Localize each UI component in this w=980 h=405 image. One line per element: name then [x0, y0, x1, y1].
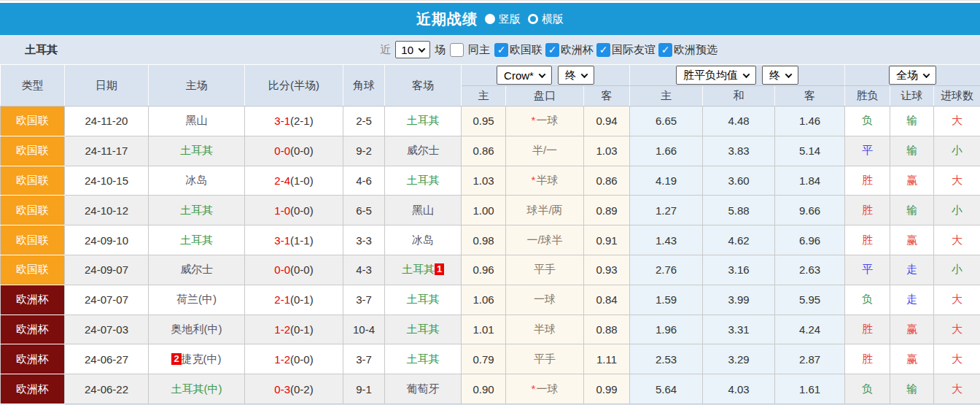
result-goals-cell: 大 — [934, 374, 980, 404]
radio-selected-icon — [485, 14, 495, 24]
result-handicap-cell: 赢 — [890, 315, 934, 344]
odds-home-cell: 1.03 — [462, 166, 506, 196]
odds-away-cell: 0.89 — [584, 196, 630, 225]
league-label: 欧洲预选 — [674, 43, 718, 57]
radio-horizontal-layout[interactable]: 横版 — [528, 12, 564, 26]
handicap-cell: 一/球半 — [506, 225, 584, 255]
fulltime-score: 0-0 — [274, 144, 290, 157]
avg-away-cell: 9.66 — [775, 196, 845, 225]
subheader-avg-draw: 和 — [703, 86, 775, 107]
odds-stage-select[interactable]: 终 — [558, 66, 594, 85]
odds-company-select[interactable]: Crow* — [497, 66, 552, 85]
avg-home-cell: 1.96 — [630, 315, 703, 344]
league-type-cell: 欧洲杯 — [1, 315, 65, 344]
match-row: 欧国联24-09-10土耳其3-1(1-1)3-3冰岛0.98一/球半0.911… — [1, 225, 980, 255]
score-cell: 2-1(0-1) — [245, 285, 343, 315]
result-goals-cell: 小 — [934, 255, 980, 285]
chevron-down-icon — [419, 45, 426, 53]
league-type-cell: 欧洲杯 — [1, 285, 65, 315]
away-team-name[interactable]: 冰岛 — [412, 234, 434, 246]
away-team-name[interactable]: 威尔士 — [407, 144, 440, 156]
fulltime-score: 1-0 — [274, 204, 290, 217]
corner-cell: 10-4 — [343, 315, 385, 344]
league-label: 国际友谊 — [612, 43, 656, 57]
fulltime-score: 3-1 — [274, 234, 290, 247]
result-wdl-cell: 胜 — [845, 225, 890, 255]
handicap-text: 一/球半 — [526, 234, 562, 246]
home-team-name[interactable]: 土耳其 — [180, 144, 213, 156]
odds-home-cell: 1.01 — [462, 315, 506, 344]
avg-away-cell: 2.87 — [775, 344, 845, 374]
away-team-name[interactable]: 土耳其 — [407, 174, 440, 186]
odds-away-cell: 0.94 — [584, 107, 630, 136]
odds-away-cell: 1.11 — [584, 344, 630, 374]
match-count-select[interactable]: 10 — [395, 41, 430, 58]
home-team-name[interactable]: 黑山 — [186, 114, 208, 126]
away-team-name[interactable]: 土耳其 — [407, 293, 440, 305]
match-row: 欧洲杯24-06-272捷克(中)1-2(0-0)3-7土耳其0.79平手1.1… — [1, 344, 980, 374]
radio-vertical-layout[interactable]: 竖版 — [485, 12, 521, 26]
league-checkbox-欧洲预选[interactable]: ✓ — [658, 43, 672, 57]
avg-stage-select[interactable]: 终 — [762, 66, 798, 85]
league-checkbox-欧洲杯[interactable]: ✓ — [545, 43, 559, 57]
home-team-name[interactable]: 威尔士 — [180, 263, 213, 275]
same-home-checkbox[interactable] — [450, 43, 464, 57]
home-team-name[interactable]: 捷克(中) — [182, 352, 222, 365]
match-date-cell: 24-06-22 — [65, 374, 149, 404]
result-goals-cell: 小 — [934, 196, 980, 225]
result-wdl-cell: 平 — [845, 255, 890, 285]
halftime-score: (0-0) — [290, 144, 314, 157]
home-team-name[interactable]: 土耳其(中) — [171, 382, 222, 395]
away-team-name[interactable]: 土耳其 — [402, 263, 435, 275]
avg-away-cell: 6.96 — [775, 225, 845, 255]
handicap-cell: 平手 — [506, 344, 584, 374]
away-team-cell: 土耳其 — [385, 285, 462, 315]
handicap-text: 平手 — [534, 263, 556, 275]
avg-home-cell: 1.27 — [630, 196, 703, 225]
team-name-label: 土耳其 — [0, 43, 58, 57]
chevron-down-icon — [923, 71, 930, 78]
subheader-result-handicap: 让球 — [890, 86, 934, 107]
avg-draw-cell: 4.62 — [703, 225, 775, 255]
away-team-name[interactable]: 土耳其 — [407, 323, 440, 335]
fulltime-group-header: 全场 — [845, 65, 980, 86]
avg-away-cell: 1.61 — [775, 374, 845, 404]
home-team-cell: 土耳其 — [149, 136, 245, 166]
avg-draw-cell: 4.48 — [703, 107, 775, 136]
away-team-name[interactable]: 葡萄牙 — [407, 382, 440, 395]
result-handicap-cell: 输 — [890, 374, 934, 404]
score-cell: 0-3(0-2) — [245, 374, 343, 404]
result-goals-cell: 大 — [934, 166, 980, 196]
fulltime-select[interactable]: 全场 — [889, 66, 936, 85]
corner-cell: 9-1 — [343, 374, 385, 404]
away-team-cell: 土耳其 — [385, 344, 462, 374]
home-team-name[interactable]: 荷兰(中) — [176, 293, 217, 305]
match-date-cell: 24-07-03 — [65, 315, 149, 344]
away-team-name[interactable]: 土耳其 — [407, 114, 440, 126]
avg-type-select[interactable]: 胜平负均值 — [676, 66, 756, 85]
score-cell: 1-0(0-0) — [245, 196, 343, 225]
home-team-cell: 土耳其(中) — [149, 374, 245, 404]
subheader-avg-away: 客 — [775, 86, 845, 107]
odds-home-cell: 1.00 — [462, 196, 506, 225]
result-handicap-cell: 输 — [890, 107, 934, 136]
away-team-name[interactable]: 黑山 — [412, 204, 434, 216]
away-team-name[interactable]: 土耳其 — [407, 352, 440, 365]
league-checkbox-国际友谊[interactable]: ✓ — [596, 43, 610, 57]
corner-cell: 6-5 — [343, 196, 385, 225]
result-handicap-cell: 赢 — [890, 166, 934, 196]
result-wdl-cell: 胜 — [845, 196, 890, 225]
result-handicap-cell: 输 — [890, 196, 934, 225]
odds-home-cell: 0.86 — [462, 136, 506, 166]
avg-home-cell: 2.53 — [630, 344, 703, 374]
home-team-name[interactable]: 土耳其 — [180, 204, 213, 216]
col-header-corner: 角球 — [343, 65, 385, 107]
home-team-name[interactable]: 奥地利(中) — [171, 323, 222, 335]
league-checkbox-欧国联[interactable]: ✓ — [494, 43, 508, 57]
result-goals-cell: 大 — [934, 315, 980, 344]
odds-home-cell: 0.90 — [462, 374, 506, 404]
result-wdl-cell: 胜 — [845, 344, 890, 374]
home-team-name[interactable]: 土耳其 — [180, 234, 213, 246]
home-team-cell: 威尔士 — [149, 255, 245, 285]
home-team-name[interactable]: 冰岛 — [186, 174, 208, 186]
